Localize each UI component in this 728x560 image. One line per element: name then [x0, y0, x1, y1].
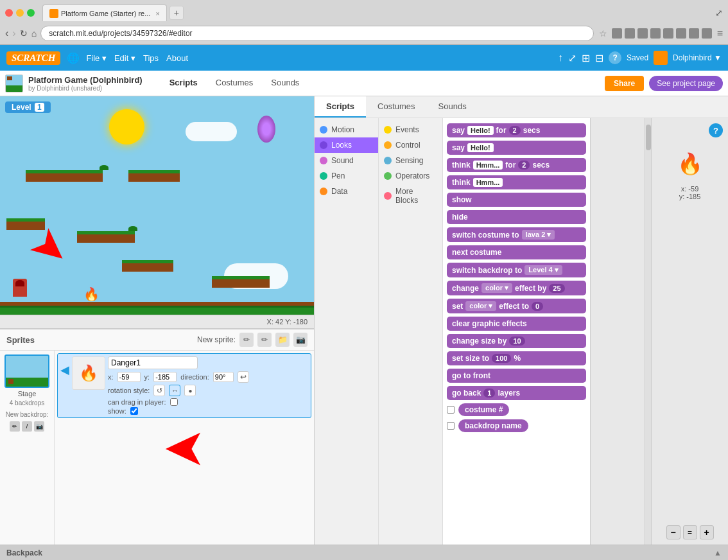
tab-costumes[interactable]: Costumes — [207, 75, 263, 91]
menu-edit[interactable]: Edit ▾ — [114, 53, 135, 63]
new-tab-button[interactable]: + — [169, 6, 184, 20]
block-go-back[interactable]: go back 1 layers — [447, 386, 586, 400]
zoom-out-btn[interactable]: − — [666, 525, 680, 539]
menu-file[interactable]: File ▾ — [86, 53, 107, 63]
hamburger-menu[interactable]: ≡ — [717, 28, 723, 39]
block-switch-costume[interactable]: switch costume to lava 2 ▾ — [447, 227, 586, 242]
sprite-nav-left[interactable]: ◀ — [60, 363, 69, 377]
cat-sensing[interactable]: Sensing — [379, 153, 442, 168]
ext-icon-7[interactable] — [689, 28, 699, 39]
new-sprite-paint[interactable]: ✏ — [239, 333, 254, 347]
cat-more-blocks[interactable]: More Blocks — [379, 184, 442, 208]
tab-scripts-btn[interactable]: Scripts — [315, 96, 366, 118]
block-switch-backdrop[interactable]: switch backdrop to Level 4 ▾ — [447, 263, 586, 277]
stage-preview[interactable] — [4, 354, 49, 388]
block-set-effect[interactable]: set color ▾ effect to 0 — [447, 299, 586, 313]
new-sprite-edit[interactable]: ✏ — [257, 333, 272, 347]
help-button[interactable]: ? — [709, 123, 723, 137]
sprite-y-input[interactable] — [153, 372, 177, 382]
share-button[interactable]: Share — [605, 76, 644, 91]
rotation-lr-btn[interactable]: ↔ — [169, 385, 180, 396]
new-sprite-camera[interactable]: 📷 — [293, 333, 308, 347]
scripts-scrollbar[interactable] — [645, 118, 651, 545]
block-costume-reporter[interactable]: costume # — [447, 403, 586, 416]
tab-close-icon[interactable]: × — [155, 10, 159, 17]
tab-scripts[interactable]: Scripts — [160, 75, 207, 91]
new-sprite-upload[interactable]: 📁 — [275, 333, 290, 347]
cat-events[interactable]: Events — [379, 122, 442, 137]
upload-icon[interactable]: ↑ — [558, 52, 563, 64]
backdrop-paint-icon[interactable]: ✏ — [10, 421, 20, 432]
block-hide[interactable]: hide — [447, 210, 586, 224]
ext-icon-2[interactable] — [625, 28, 635, 39]
block-go-front[interactable]: go to front — [447, 369, 586, 383]
scratch-logo[interactable]: SCRATCH — [6, 51, 60, 65]
fullscreen-icon[interactable]: ⤢ — [568, 52, 576, 64]
backdrop-camera-icon[interactable]: 📷 — [34, 421, 44, 432]
block-say-secs[interactable]: say Hello! for 2 secs — [447, 123, 586, 137]
help-icon[interactable]: ? — [609, 51, 621, 64]
cat-operators[interactable]: Operators — [379, 168, 442, 184]
backpack-scroll-up[interactable]: ▲ — [714, 548, 722, 557]
rotation-all-btn[interactable]: ↺ — [153, 385, 165, 396]
zoom-in-btn[interactable]: + — [700, 525, 714, 539]
zoom-fit-btn[interactable]: = — [683, 525, 697, 539]
block-show[interactable]: show — [447, 193, 586, 207]
home-button[interactable]: ⌂ — [31, 28, 37, 39]
ext-icon-8[interactable] — [702, 28, 712, 39]
block-change-size[interactable]: change size by 10 — [447, 334, 586, 348]
cat-pen[interactable]: Pen — [315, 168, 378, 184]
menu-tips[interactable]: Tips — [143, 53, 159, 63]
tab-costumes-btn[interactable]: Costumes — [366, 96, 427, 118]
block-set-size[interactable]: set size to 100 % — [447, 351, 586, 365]
project-tabs: Scripts Costumes Sounds — [160, 75, 309, 91]
menu-about[interactable]: About — [166, 53, 188, 63]
backdrop-upload-icon[interactable]: / — [22, 421, 32, 432]
cat-sound[interactable]: Sound — [315, 153, 378, 168]
ext-icon-6[interactable] — [676, 28, 686, 39]
globe-icon[interactable]: 🌐 — [67, 52, 80, 64]
flip-icon[interactable]: ↩ — [238, 371, 249, 383]
block-think-secs[interactable]: think Hmm... for 2 secs — [447, 158, 586, 172]
sprite-x-input[interactable] — [117, 372, 141, 382]
active-tab[interactable]: Platform Game (Starter) re... × — [42, 4, 167, 21]
scripts-area[interactable] — [591, 118, 645, 545]
refresh-button[interactable]: ↻ — [20, 28, 28, 39]
sprite-name-input[interactable] — [108, 356, 198, 369]
maximize-button[interactable] — [27, 9, 35, 17]
bookmark-icon[interactable]: ☆ — [598, 28, 609, 39]
block-backdrop-reporter[interactable]: backdrop name — [447, 419, 586, 432]
block-think[interactable]: think Hmm... — [447, 175, 586, 189]
rotation-none-btn[interactable]: ● — [184, 385, 196, 396]
expand-icon[interactable]: ⤢ — [715, 8, 723, 18]
backpack-label[interactable]: Backpack — [6, 548, 42, 557]
block-clear-effects[interactable]: clear graphic effects — [447, 317, 586, 331]
cat-motion[interactable]: Motion — [315, 122, 378, 137]
show-checkbox[interactable] — [130, 407, 138, 415]
cat-control[interactable]: Control — [379, 137, 442, 153]
cat-data[interactable]: Data — [315, 184, 378, 199]
close-button[interactable] — [5, 9, 13, 17]
copy-icon[interactable]: ⊟ — [595, 52, 603, 64]
minimize-button[interactable] — [16, 9, 24, 17]
block-say[interactable]: say Hello! — [447, 141, 586, 155]
ext-icon-1[interactable] — [612, 28, 622, 39]
ext-icon-4[interactable] — [650, 28, 661, 39]
back-button[interactable]: ‹ — [5, 28, 8, 39]
tab-sounds[interactable]: Sounds — [262, 75, 308, 91]
url-bar[interactable]: scratch.mit.edu/projects/34597326/#edito… — [40, 26, 594, 41]
ext-icon-3[interactable] — [637, 28, 648, 39]
username[interactable]: Dolphinbird ▼ — [673, 53, 722, 62]
resize-icon[interactable]: ⊞ — [582, 52, 590, 64]
sprite-item-danger1[interactable]: ◀ 🔥 x: y: direction: — [57, 353, 311, 418]
block-next-costume[interactable]: next costume — [447, 245, 586, 259]
scrollbar-thumb[interactable] — [646, 125, 651, 150]
cat-looks[interactable]: Looks — [315, 137, 378, 153]
see-project-button[interactable]: See project page — [649, 76, 723, 91]
sprite-dir-input[interactable] — [213, 372, 234, 382]
forward-button[interactable]: › — [12, 28, 15, 39]
tab-sounds-btn[interactable]: Sounds — [427, 96, 478, 118]
can-drag-checkbox[interactable] — [170, 398, 178, 406]
ext-icon-5[interactable] — [663, 28, 673, 39]
block-change-effect[interactable]: change color ▾ effect by 25 — [447, 281, 586, 295]
